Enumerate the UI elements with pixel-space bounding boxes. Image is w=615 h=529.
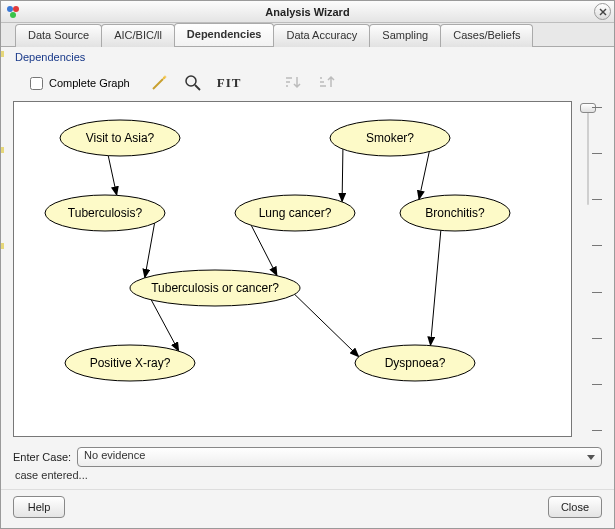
- graph-edge-smoker-to-bronch: [419, 152, 429, 200]
- svg-text:Visit to Asia?: Visit to Asia?: [86, 131, 155, 145]
- graph-node-xray[interactable]: Positive X-ray?: [65, 345, 195, 381]
- window-title: Analysis Wizard: [265, 6, 349, 18]
- graph-node-bronch[interactable]: Bronchitis?: [400, 195, 510, 231]
- enter-case-select[interactable]: No evidence: [77, 447, 602, 467]
- svg-line-5: [153, 79, 163, 89]
- group-label-dependencies: Dependencies: [1, 47, 614, 63]
- complete-graph-label: Complete Graph: [49, 77, 130, 89]
- graph-edge-tb-to-tb_or_ca: [145, 223, 155, 278]
- graph-edge-bronch-to-dysp: [430, 230, 440, 345]
- svg-text:Dyspnoea?: Dyspnoea?: [385, 356, 446, 370]
- bottom-panel: Enter Case: No evidence case entered...: [1, 443, 614, 489]
- svg-text:Tuberculosis or cancer?: Tuberculosis or cancer?: [151, 281, 279, 295]
- svg-point-0: [7, 6, 13, 12]
- window-close-button[interactable]: [594, 3, 611, 20]
- graph-edge-smoker-to-lung: [342, 149, 343, 202]
- complete-graph-checkbox-wrap[interactable]: Complete Graph: [25, 74, 135, 93]
- toolbar: Complete Graph FIT: [1, 63, 614, 101]
- close-button[interactable]: Close: [548, 496, 602, 518]
- graph-node-smoker[interactable]: Smoker?: [330, 120, 450, 156]
- svg-point-7: [186, 76, 196, 86]
- tab-bar: Data Source AIC/BIC/ll Dependencies Data…: [1, 23, 614, 47]
- graph-edge-visit_asia-to-tb: [108, 156, 117, 196]
- tab-data-source[interactable]: Data Source: [15, 24, 102, 47]
- svg-line-8: [195, 85, 200, 90]
- graph-canvas[interactable]: Visit to Asia?Smoker?Tuberculosis?Lung c…: [13, 101, 572, 437]
- svg-point-2: [10, 12, 16, 18]
- fit-button[interactable]: FIT: [217, 75, 242, 91]
- svg-text:Lung cancer?: Lung cancer?: [259, 206, 332, 220]
- footer: Help Close: [1, 489, 614, 528]
- tab-sampling[interactable]: Sampling: [369, 24, 441, 47]
- case-status-text: case entered...: [13, 467, 602, 487]
- tab-aic-bic-ll[interactable]: AIC/BIC/ll: [101, 24, 175, 47]
- graph-node-visit-asia[interactable]: Visit to Asia?: [60, 120, 180, 156]
- graph-node-lung[interactable]: Lung cancer?: [235, 195, 355, 231]
- dependency-graph: Visit to Asia?Smoker?Tuberculosis?Lung c…: [15, 103, 555, 403]
- graph-node-tb[interactable]: Tuberculosis?: [45, 195, 165, 231]
- app-icon: [5, 4, 21, 20]
- svg-point-1: [13, 6, 19, 12]
- tab-data-accuracy[interactable]: Data Accuracy: [273, 24, 370, 47]
- complete-graph-checkbox[interactable]: [30, 77, 43, 90]
- sort-asc-icon[interactable]: [283, 73, 303, 93]
- threshold-slider-column: [574, 101, 602, 437]
- graph-edge-lung-to-tb_or_ca: [251, 225, 277, 275]
- analysis-wizard-window: Analysis Wizard Data Source AIC/BIC/ll D…: [0, 0, 615, 529]
- tab-dependencies[interactable]: Dependencies: [174, 23, 275, 46]
- enter-case-label: Enter Case:: [13, 451, 71, 463]
- graph-edge-tb_or_ca-to-xray: [151, 300, 178, 351]
- graph-edge-tb_or_ca-to-dysp: [295, 294, 359, 356]
- svg-text:Tuberculosis?: Tuberculosis?: [68, 206, 143, 220]
- canvas-area: Visit to Asia?Smoker?Tuberculosis?Lung c…: [13, 101, 602, 437]
- svg-text:Smoker?: Smoker?: [366, 131, 414, 145]
- sort-desc-icon[interactable]: [317, 73, 337, 93]
- graph-node-dysp[interactable]: Dyspnoea?: [355, 345, 475, 381]
- titlebar: Analysis Wizard: [1, 1, 614, 23]
- close-icon: [599, 8, 607, 16]
- wand-icon[interactable]: [149, 73, 169, 93]
- svg-text:Bronchitis?: Bronchitis?: [425, 206, 485, 220]
- graph-node-tb-or-ca[interactable]: Tuberculosis or cancer?: [130, 270, 300, 306]
- tab-cases-beliefs[interactable]: Cases/Beliefs: [440, 24, 533, 47]
- enter-case-value: No evidence: [84, 449, 145, 461]
- svg-text:Positive X-ray?: Positive X-ray?: [90, 356, 171, 370]
- help-button[interactable]: Help: [13, 496, 65, 518]
- zoom-icon[interactable]: [183, 73, 203, 93]
- slider-ticks: [588, 101, 602, 437]
